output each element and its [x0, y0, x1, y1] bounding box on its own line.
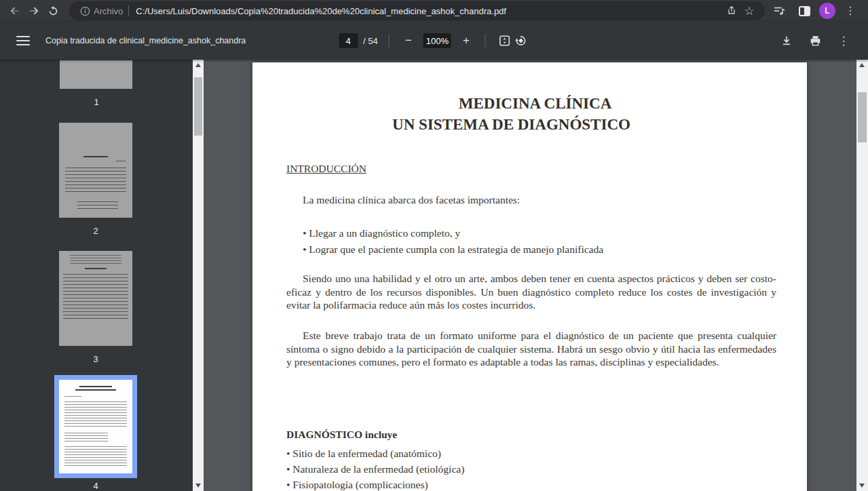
- thumbnail-content: [64, 401, 128, 429]
- browser-menu-button[interactable]: ⋮: [841, 1, 860, 20]
- forward-arrow-icon: [29, 5, 39, 16]
- intro-heading: INTRODUCCIÓN: [286, 163, 366, 175]
- paragraph-3: Este breve trabajo trata de un formato u…: [286, 329, 776, 369]
- more-vertical-icon: ⋮: [838, 35, 850, 47]
- browser-actions: L ⋮: [770, 1, 863, 20]
- share-button[interactable]: [723, 2, 740, 20]
- hamburger-icon: [16, 36, 30, 37]
- rotate-button[interactable]: [513, 33, 529, 49]
- fit-to-page-icon: [499, 35, 511, 47]
- bullet-item: • Sitio de la enfermedad (anatómico): [286, 446, 464, 461]
- back-button[interactable]: [5, 1, 24, 20]
- viewer-scrollbar-thumb[interactable]: [858, 92, 867, 142]
- browser-window: Archivo C:/Users/Luis/Downloads/Copia%20…: [0, 0, 868, 491]
- url-scheme-label: Archivo: [94, 6, 123, 16]
- bookmark-star-icon: ☆: [744, 5, 754, 17]
- pdf-page: MEDICINA CLÍNICA UN SISTEMA DE DIAGNÓSTI…: [252, 62, 807, 491]
- thumbnail-content: [65, 168, 127, 195]
- thumbnail-content: [83, 156, 109, 157]
- pdf-document-title: Copia traducida de clinical_medicine_ash…: [45, 36, 246, 45]
- forward-button[interactable]: [24, 1, 43, 20]
- thumbnail-content: [79, 386, 112, 387]
- sidebar-scrollbar-thumb[interactable]: [194, 77, 202, 136]
- rotate-icon: [515, 35, 527, 47]
- print-icon: [809, 35, 822, 47]
- info-icon: [80, 6, 90, 16]
- bullet-list-1: • Llegar a un diagnóstico completo, y • …: [303, 225, 603, 258]
- toolbar-separator: [485, 34, 486, 47]
- thumbnail-page-3[interactable]: [59, 251, 132, 346]
- bullet-list-2: • Sitio de la enfermedad (anatómico) • N…: [286, 446, 464, 491]
- fit-to-page-button[interactable]: [497, 33, 513, 49]
- paragraph-1: La medicina clínica abarca dos facetas i…: [303, 194, 520, 206]
- thumbnail-sidebar: 1 2 3: [0, 60, 204, 491]
- pdf-page-zoom-controls: / 54 − 100% +: [339, 33, 529, 49]
- thumbnail-content: [64, 446, 128, 468]
- scroll-down-arrow[interactable]: [195, 484, 201, 488]
- zoom-out-button[interactable]: −: [400, 33, 417, 49]
- media-controls-button[interactable]: [770, 1, 789, 20]
- thumbnail-content: [77, 201, 118, 211]
- more-vertical-icon: ⋮: [845, 5, 856, 16]
- bullet-item: • Naturaleza de la enfermedad (etiológic…: [286, 461, 464, 477]
- page-number-input[interactable]: [339, 33, 358, 48]
- toolbar-separator: [389, 34, 390, 47]
- pdf-toolbar: Copia traducida de clinical_medicine_ash…: [0, 22, 868, 60]
- thumbnail-label-4[interactable]: 4: [59, 481, 132, 491]
- bullet-item: • Lograr que el paciente cumpla con la e…: [303, 241, 603, 258]
- reload-icon: [48, 5, 59, 17]
- thumbnail-content: [116, 161, 126, 164]
- thumbnail-page-4-selected[interactable]: [54, 375, 137, 478]
- media-controls-icon: [774, 5, 786, 16]
- thumbnail-content: [64, 433, 109, 444]
- thumbnail-page-4: [59, 380, 132, 473]
- zoom-in-button[interactable]: +: [458, 33, 474, 49]
- document-title-line2: UN SISTEMA DE DIAGNÓSTICO: [234, 114, 789, 135]
- thumbnail-label-3[interactable]: 3: [59, 354, 132, 364]
- scroll-down-arrow[interactable]: [859, 484, 865, 488]
- download-icon: [780, 35, 793, 47]
- side-panel-button[interactable]: [795, 1, 814, 20]
- profile-avatar[interactable]: L: [819, 3, 835, 19]
- thumbnail-content: [75, 389, 116, 391]
- reload-button[interactable]: [43, 1, 62, 20]
- bookmark-button[interactable]: ☆: [740, 2, 758, 20]
- document-title-line1: MEDICINA CLÍNICA: [258, 93, 812, 114]
- sidebar-scrollbar[interactable]: [193, 60, 204, 491]
- scroll-up-arrow[interactable]: [195, 63, 201, 67]
- address-bar[interactable]: Archivo C:/Users/Luis/Downloads/Copia%20…: [69, 1, 765, 20]
- pdf-content-area: 1 2 3: [0, 60, 868, 491]
- scroll-up-arrow[interactable]: [859, 63, 865, 67]
- thumbnail-page-1[interactable]: [60, 60, 132, 89]
- pdf-menu-button[interactable]: [16, 36, 30, 45]
- paragraph-2: Siendo uno una habilidad y el otro un ar…: [286, 272, 776, 312]
- page-count-label: / 54: [363, 36, 378, 46]
- page-info-button[interactable]: [76, 2, 94, 20]
- back-arrow-icon: [10, 5, 20, 16]
- diagnostico-heading: DIAGNÓSTICO incluye: [286, 429, 397, 441]
- print-button[interactable]: [807, 33, 823, 49]
- pdf-viewer: MEDICINA CLÍNICA UN SISTEMA DE DIAGNÓSTI…: [204, 60, 856, 491]
- url-text[interactable]: C:/Users/Luis/Downloads/Copia%20traducid…: [136, 6, 723, 16]
- thumbnail-page-2[interactable]: [59, 123, 132, 218]
- document-title: MEDICINA CLÍNICA UN SISTEMA DE DIAGNÓSTI…: [252, 93, 807, 135]
- thumbnail-content: [85, 268, 107, 269]
- pdf-actions: ⋮: [778, 22, 868, 60]
- share-icon: [726, 5, 737, 16]
- thumbnail-label-1[interactable]: 1: [60, 97, 133, 107]
- download-button[interactable]: [778, 33, 795, 49]
- bullet-item: • Fisiopatología (complicaciones): [286, 477, 464, 491]
- side-panel-icon: [799, 6, 810, 16]
- zoom-level-value[interactable]: 100%: [423, 33, 451, 48]
- address-divider: [128, 5, 129, 16]
- browser-toolbar: Archivo C:/Users/Luis/Downloads/Copia%20…: [0, 0, 868, 22]
- viewer-scrollbar[interactable]: [856, 60, 868, 491]
- thumbnail-content: [70, 255, 121, 266]
- thumbnail-content: [63, 274, 128, 320]
- pdf-more-button[interactable]: ⋮: [835, 33, 852, 49]
- bullet-item: • Llegar a un diagnóstico completo, y: [303, 225, 603, 241]
- thumbnail-content: [64, 396, 82, 399]
- thumbnail-label-2[interactable]: 2: [59, 226, 132, 236]
